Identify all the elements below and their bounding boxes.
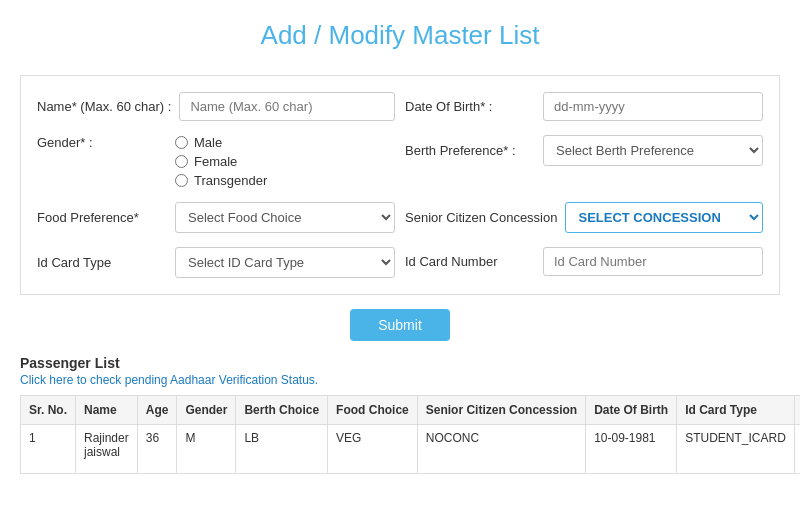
- idcard-number-input[interactable]: [543, 247, 763, 276]
- col-berth: Berth Choice: [236, 396, 328, 425]
- food-select[interactable]: Select Food Choice: [175, 202, 395, 233]
- cell-food: VEG: [328, 425, 418, 474]
- radio-female[interactable]: Female: [175, 154, 395, 169]
- col-senior: Senior Citizen Concession: [417, 396, 585, 425]
- senior-label: Senior Citizen Concession: [405, 210, 557, 225]
- berth-select[interactable]: Select Berth Preference: [543, 135, 763, 166]
- col-sr: Sr. No.: [21, 396, 76, 425]
- name-label: Name* (Max. 60 char) :: [37, 99, 171, 114]
- page-title: Add / Modify Master List: [20, 20, 780, 51]
- table-row: 1 Rajinder jaiswal 36 M LB VEG NOCONC 10…: [21, 425, 801, 474]
- col-name: Name: [76, 396, 138, 425]
- dob-label: Date Of Birth* :: [405, 99, 535, 114]
- cell-dob: 10-09-1981: [586, 425, 677, 474]
- cell-berth: LB: [236, 425, 328, 474]
- col-dob: Date Of Birth: [586, 396, 677, 425]
- passenger-list-title: Passenger List: [20, 355, 780, 371]
- senior-select[interactable]: SELECT CONCESSION: [565, 202, 763, 233]
- dob-input[interactable]: [543, 92, 763, 121]
- col-age: Age: [137, 396, 177, 425]
- submit-button[interactable]: Submit: [350, 309, 450, 341]
- col-idtype: Id Card Type: [677, 396, 795, 425]
- cell-senior: NOCONC: [417, 425, 585, 474]
- cell-idnumber: 25874592: [794, 425, 800, 474]
- food-label: Food Preference*: [37, 210, 167, 225]
- cell-name: Rajinder jaiswal: [76, 425, 138, 474]
- cell-idtype: STUDENT_ICARD: [677, 425, 795, 474]
- passenger-table: Sr. No. Name Age Gender Berth Choice Foo…: [20, 395, 800, 474]
- idcard-label: Id Card Type: [37, 255, 167, 270]
- aadhaar-link[interactable]: Click here to check pending Aadhaar Veri…: [20, 373, 780, 387]
- col-food: Food Choice: [328, 396, 418, 425]
- gender-label: Gender* :: [37, 135, 167, 150]
- idcard-number-label: Id Card Number: [405, 254, 535, 269]
- idcard-select[interactable]: Select ID Card Type: [175, 247, 395, 278]
- cell-age: 36: [137, 425, 177, 474]
- cell-sr: 1: [21, 425, 76, 474]
- col-idnumber: Id Card Number: [794, 396, 800, 425]
- name-input[interactable]: [179, 92, 395, 121]
- col-gender: Gender: [177, 396, 236, 425]
- cell-gender: M: [177, 425, 236, 474]
- berth-label: Berth Preference* :: [405, 143, 535, 158]
- radio-male[interactable]: Male: [175, 135, 395, 150]
- radio-transgender[interactable]: Transgender: [175, 173, 395, 188]
